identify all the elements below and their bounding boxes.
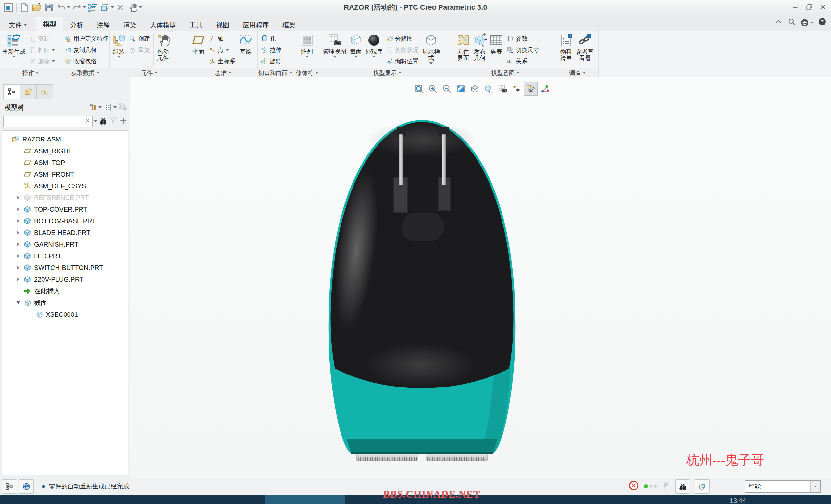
zoom-out-button[interactable] (440, 82, 454, 96)
tab-framework[interactable]: 框架 (276, 19, 302, 31)
flag-button[interactable] (662, 481, 671, 491)
spin-center-button[interactable] (538, 82, 552, 96)
help-button[interactable]: ? (818, 18, 827, 28)
tree-expand-arrow[interactable] (13, 266, 23, 270)
pattern-button[interactable]: 阵列 (299, 32, 315, 67)
point-button[interactable]: 点 (207, 45, 237, 55)
regenerate-quick-button[interactable] (87, 2, 98, 13)
tree-item-razor-asm[interactable]: RAZOR.ASM (2, 134, 128, 145)
redo-dropdown[interactable] (83, 6, 86, 8)
group-label-operations[interactable]: 操作 (0, 68, 61, 77)
search-model-button[interactable] (675, 479, 690, 494)
select-model-button[interactable] (695, 479, 710, 494)
tab-tools[interactable]: 工具 (183, 19, 209, 31)
tree-expand-arrow[interactable] (13, 231, 23, 235)
exploded-view-button[interactable]: 分解图 (384, 33, 420, 44)
saved-orientations-button[interactable] (482, 82, 496, 96)
regenerate-button[interactable]: 重新生成 (2, 32, 26, 67)
favorites-tab[interactable] (37, 84, 53, 99)
axis-button[interactable]: 轴 (207, 33, 237, 44)
tree-expand-arrow[interactable] (13, 207, 23, 211)
extrude-button[interactable]: 拉伸 (259, 45, 283, 55)
toggle-status-button[interactable]: 切换状况 (384, 45, 420, 55)
close-app-button[interactable] (818, 2, 828, 12)
tree-item-garnish-prt[interactable]: GARNISH.PRT (2, 239, 128, 250)
copy-geometry-button[interactable]: 复制几何 (63, 45, 110, 55)
hole-button[interactable]: 孔 (259, 33, 283, 44)
display-style-toolbar-button[interactable] (468, 82, 482, 96)
group-label-model-intent[interactable]: 模型意图 (454, 68, 557, 77)
tree-item-top-cover-prt[interactable]: TOP-COVER.PRT (2, 204, 128, 215)
show-hidden-tree-button[interactable] (118, 102, 127, 113)
copy-button[interactable]: 复制 (27, 33, 56, 44)
resource-center-button[interactable] (801, 19, 813, 27)
tree-filters-button[interactable] (104, 103, 117, 112)
group-label-get-data[interactable]: 获取数据 (61, 68, 109, 77)
tree-expand-arrow[interactable] (13, 254, 23, 258)
parameters-button[interactable]: 参数 (505, 33, 541, 44)
group-label-component[interactable]: 元件 (109, 68, 189, 77)
graphics-viewport[interactable]: 杭州---鬼子哥 (131, 77, 831, 478)
restore-button[interactable] (804, 2, 815, 12)
drag-components-button[interactable]: 拖动元件 (155, 32, 171, 67)
plane-button[interactable]: 平面 (191, 32, 206, 67)
new-file-button[interactable] (19, 2, 30, 13)
windows-button[interactable] (99, 2, 111, 13)
tree-item-asm-front[interactable]: ASM_FRONT (2, 169, 128, 180)
sketch-button[interactable]: 草绘 (238, 32, 254, 67)
tree-expand-arrow[interactable] (13, 196, 23, 200)
display-style-button[interactable]: 显示样式 (421, 32, 441, 67)
tree-item-asm-def-csys[interactable]: ASM_DEF_CSYS (2, 180, 128, 192)
tree-item-blade-head-prt[interactable]: BLADE-HEAD.PRT (2, 227, 128, 239)
add-column-button[interactable] (119, 117, 127, 126)
annotation-display-button[interactable] (524, 82, 538, 96)
find-button[interactable] (99, 117, 108, 126)
undo-button[interactable] (56, 2, 67, 13)
tree-item--[interactable]: 截面 (2, 297, 128, 308)
create-component-button[interactable]: 创建 (127, 33, 151, 44)
app-menu-button[interactable] (3, 2, 14, 13)
filter-button[interactable] (109, 117, 117, 126)
tree-expand-arrow[interactable] (13, 242, 23, 246)
toggle-navigator-button[interactable] (2, 479, 17, 494)
tab-model[interactable]: 模型 (36, 17, 63, 31)
tree-settings-button[interactable] (89, 103, 102, 112)
tab-annotate[interactable]: 注释 (90, 19, 117, 31)
repeat-button[interactable]: 重复 (127, 45, 151, 55)
command-search-button[interactable] (787, 18, 796, 28)
relations-button[interactable]: d=关系 (505, 56, 541, 66)
group-label-datum[interactable]: 基准 (189, 68, 257, 77)
tree-item-asm-right[interactable]: ASM_RIGHT (2, 145, 128, 157)
tree-expand-arrow[interactable] (13, 219, 23, 223)
tree-item-switch-button-prt[interactable]: SWITCH-BUTTON.PRT (2, 262, 128, 274)
undo-dropdown[interactable] (67, 6, 70, 8)
model-tree-search-input[interactable] (4, 116, 83, 126)
assemble-button[interactable]: 组装 (111, 32, 126, 67)
toolbar-overflow-dropdown[interactable] (139, 6, 142, 8)
collapse-ribbon-button[interactable] (775, 18, 783, 28)
stop-process-button[interactable] (629, 481, 638, 492)
model-tree-tab[interactable] (3, 84, 20, 99)
tab-view[interactable]: 视图 (209, 19, 236, 31)
razor-3d-model[interactable] (308, 117, 542, 480)
toggle-browser-button[interactable] (19, 479, 34, 494)
bom-button[interactable]: i 物料清单 (558, 32, 574, 67)
selection-filter-arrow[interactable] (810, 481, 820, 492)
toggle-dims-button[interactable]: 15切换尺寸 (505, 45, 541, 55)
view-manager-button[interactable] (496, 82, 510, 96)
tab-applications[interactable]: 应用程序 (236, 19, 276, 31)
clear-search-button[interactable] (83, 118, 92, 125)
manage-views-button[interactable]: 管理视图 (322, 32, 347, 67)
tree-expand-arrow[interactable] (13, 277, 23, 281)
publish-geometry-button[interactable]: 发布几何 (472, 32, 488, 67)
taskbar-active-app[interactable] (265, 495, 345, 504)
reference-viewer-button[interactable]: i 参考查看器 (575, 32, 595, 67)
tab-render[interactable]: 渲染 (117, 19, 143, 31)
open-file-button[interactable] (31, 2, 42, 13)
delete-button[interactable]: 删除 (27, 56, 56, 66)
group-label-modifiers[interactable]: 修饰符 (293, 68, 321, 77)
udf-button[interactable]: 用户定义特征 (63, 33, 110, 44)
zoom-in-button[interactable] (426, 82, 440, 96)
repaint-button[interactable] (454, 82, 468, 96)
windows-dropdown[interactable] (111, 6, 114, 8)
